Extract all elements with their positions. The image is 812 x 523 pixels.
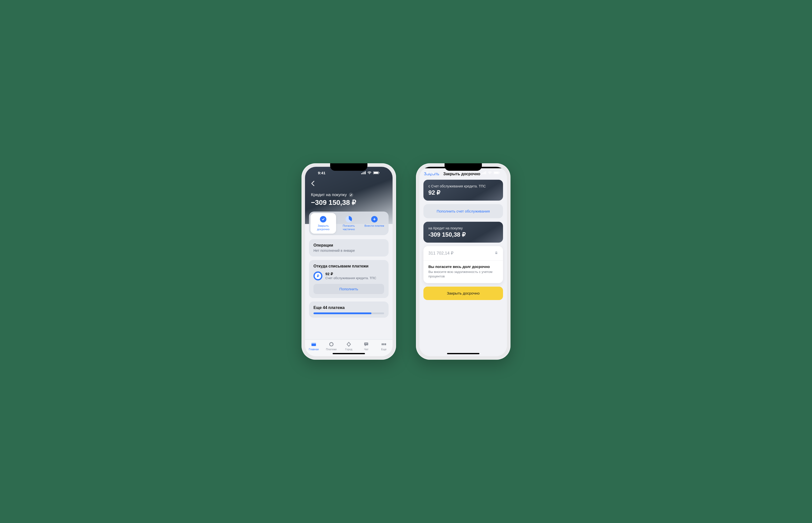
battery-icon <box>373 171 380 175</box>
action-pay-partial[interactable]: Погасить частично <box>336 213 362 234</box>
loan-balance: −309 150,38 ₽ <box>311 198 386 206</box>
info-block: Вы погасите весь долг досрочно Вы вносит… <box>424 260 503 283</box>
to-account-card[interactable]: на Кредит на покупку -309 150,38 ₽ <box>424 222 503 242</box>
to-label: на Кредит на покупку <box>428 226 498 230</box>
svg-rect-22 <box>495 253 497 254</box>
city-icon <box>340 342 358 347</box>
action-label: Погасить частично <box>343 224 355 231</box>
svg-rect-13 <box>383 343 384 345</box>
close-early-cta[interactable]: Закрыть досрочно <box>424 287 503 300</box>
operations-title: Операции <box>313 243 384 248</box>
svg-rect-16 <box>483 173 484 174</box>
svg-rect-3 <box>365 171 366 174</box>
svg-rect-21 <box>499 172 500 173</box>
notch <box>330 163 367 171</box>
wifi-icon <box>488 171 492 175</box>
svg-rect-17 <box>484 172 485 174</box>
total-amount: 311 702,14 ₽ <box>428 251 453 256</box>
svg-rect-8 <box>311 343 316 344</box>
modal-sheet: Закрыть Закрыть досрочно с Счет обслужив… <box>419 168 507 356</box>
lock-icon <box>495 251 498 255</box>
svg-rect-20 <box>494 172 499 174</box>
remaining-title: Еще 44 платежа <box>313 306 384 310</box>
svg-rect-18 <box>485 171 486 174</box>
remaining-payments-card[interactable]: Еще 44 платежа <box>309 302 388 318</box>
topup-service-link[interactable]: Пополнить счет обслуживания <box>424 204 503 218</box>
pie-icon <box>346 216 352 222</box>
content-scroll[interactable]: Операции Нет пополнений в январе Откуда … <box>305 235 393 339</box>
tab-home[interactable]: Главная <box>305 342 323 351</box>
operations-card[interactable]: Операции Нет пополнений в январе <box>309 239 388 256</box>
action-make-payment[interactable]: Внести платеж <box>361 213 387 234</box>
screen-close-early: 9:41 Закрыть Закрыть досрочно с Счет обс… <box>419 167 507 356</box>
wifi-icon <box>367 171 372 175</box>
status-time: 9:41 <box>318 171 325 175</box>
operations-subtitle: Нет пополнений в январе <box>313 249 384 253</box>
plus-icon <box>371 216 378 222</box>
home-icon <box>305 342 323 347</box>
svg-point-9 <box>330 343 333 346</box>
tab-label: Платежи <box>326 348 336 351</box>
svg-rect-5 <box>374 172 378 174</box>
more-icon <box>375 342 393 347</box>
home-indicator[interactable] <box>333 353 365 354</box>
battery-icon <box>494 171 500 175</box>
edit-icon[interactable] <box>349 193 353 197</box>
notch <box>445 163 482 171</box>
total-amount-row: 311 702,14 ₽ <box>424 246 503 260</box>
tab-more[interactable]: Еще <box>375 342 393 351</box>
tab-city[interactable]: Город <box>340 342 358 351</box>
action-close-early[interactable]: Закрыть досрочно <box>310 213 336 234</box>
signal-icon <box>482 171 486 175</box>
back-button[interactable] <box>311 180 386 188</box>
payments-icon <box>323 342 340 347</box>
status-time: 9:41 <box>427 171 434 175</box>
from-label: с Счет обслуживания кредита. ТПС <box>428 184 498 188</box>
from-account-card[interactable]: с Счет обслуживания кредита. ТПС 92 ₽ <box>424 180 503 201</box>
progress-bar <box>313 312 384 314</box>
tab-label: Главная <box>309 348 319 351</box>
action-label: Закрыть досрочно <box>317 224 329 231</box>
home-indicator[interactable] <box>447 353 479 354</box>
loan-title: Кредит на покупку <box>311 193 347 197</box>
svg-rect-2 <box>364 172 364 174</box>
svg-rect-12 <box>382 343 383 345</box>
action-label: Внести платеж <box>364 224 384 227</box>
tab-label: Еще <box>381 348 386 351</box>
chat-icon <box>358 342 375 347</box>
amount-info-card: 311 702,14 ₽ Вы погасите весь долг досро… <box>424 246 503 283</box>
svg-rect-6 <box>379 172 379 173</box>
progress-fill <box>313 312 372 314</box>
topup-button[interactable]: Пополнить <box>313 284 384 294</box>
screen-loan-detail: 9:41 Кредит на покупку −309 150,38 ₽ <box>305 167 393 356</box>
info-subtitle: Вы вносите всю задолженность с учетом пр… <box>428 270 498 279</box>
svg-rect-0 <box>361 173 362 174</box>
svg-rect-15 <box>482 173 482 174</box>
signal-icon <box>361 171 366 175</box>
action-tray: Закрыть досрочно Погасить частично Внест… <box>309 212 388 235</box>
svg-rect-14 <box>385 343 386 345</box>
tab-payments[interactable]: Платежи <box>323 342 340 351</box>
ruble-icon: ₽ <box>313 271 323 281</box>
info-title: Вы погасите весь долг досрочно <box>428 265 498 269</box>
tab-label: Город <box>345 348 352 351</box>
phone-right: 9:41 Закрыть Закрыть досрочно с Счет обс… <box>416 163 511 360</box>
status-icons <box>361 171 380 175</box>
modal-content[interactable]: с Счет обслуживания кредита. ТПС 92 ₽ По… <box>419 180 507 356</box>
svg-rect-11 <box>365 344 367 344</box>
status-icons <box>482 171 500 175</box>
tab-chat[interactable]: Чат <box>358 342 375 351</box>
source-account-name: Счет обслуживания кредита. ТПС <box>325 276 376 280</box>
phone-left: 9:41 Кредит на покупку −309 150,38 ₽ <box>301 163 396 360</box>
loan-title-row: Кредит на покупку <box>311 193 386 197</box>
tab-label: Чат <box>364 348 368 351</box>
svg-rect-1 <box>362 173 363 174</box>
check-icon <box>320 216 326 222</box>
source-title: Откуда списываем платежи <box>313 264 384 268</box>
from-amount: 92 ₽ <box>428 189 498 196</box>
payment-source-card: Откуда списываем платежи ₽ 92 ₽ Счет обс… <box>309 260 388 298</box>
to-amount: -309 150,38 ₽ <box>428 231 498 238</box>
source-account-row[interactable]: ₽ 92 ₽ Счет обслуживания кредита. ТПС <box>313 271 384 281</box>
source-amount: 92 ₽ <box>325 272 376 276</box>
